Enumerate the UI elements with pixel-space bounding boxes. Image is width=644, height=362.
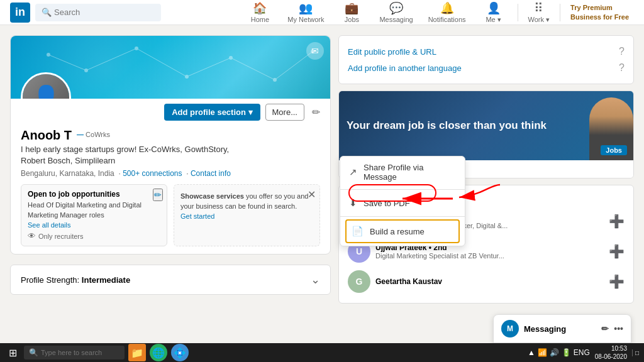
people-item-2: G Geetartha Kaustav ➕ bbox=[348, 266, 625, 297]
chevron-down-icon[interactable]: ⌄ bbox=[311, 273, 320, 287]
add-connection-1-icon[interactable]: ➕ bbox=[609, 244, 625, 259]
add-profile-section-button[interactable]: Add profile section ▾ bbox=[164, 104, 260, 121]
lang-indicator: ENG bbox=[574, 348, 590, 357]
network-tray-icon: 📶 bbox=[538, 348, 547, 357]
more-button[interactable]: More... bbox=[265, 104, 304, 121]
edit-profile-url-link[interactable]: Edit public profile & URL bbox=[348, 47, 436, 57]
nav-network-label: My Network bbox=[287, 16, 324, 23]
contact-info-link[interactable]: Contact info bbox=[191, 169, 231, 178]
open-to-jobs-title: Open to job opportunities bbox=[28, 190, 160, 199]
avatar-image: 👤 bbox=[23, 74, 69, 99]
person-name-2[interactable]: Geetartha Kaustav bbox=[375, 277, 604, 286]
ad-text: Your dream job is closer than you think bbox=[347, 119, 547, 133]
resume-icon: 📄 bbox=[352, 226, 364, 237]
taskbar-search-icon: 🔍 bbox=[29, 348, 38, 357]
showcase-close-button[interactable]: ✕ bbox=[308, 189, 316, 200]
taskbar-right: ▲ 📶 🔊 🔋 ENG 10:53 08-06-2020 □ bbox=[528, 344, 639, 361]
add-language-link[interactable]: Add profile in another language bbox=[348, 63, 462, 73]
taskbar-clock[interactable]: 10:53 08-06-2020 bbox=[595, 344, 627, 361]
profile-strength-card: Profile Strength: Intermediate ⌄ bbox=[10, 265, 331, 295]
edit-profile-help-icon[interactable]: ? bbox=[619, 46, 625, 57]
taskbar-search-input[interactable] bbox=[41, 349, 116, 356]
add-language-item: Add profile in another language ? bbox=[348, 60, 625, 76]
nav-work[interactable]: ⠿ Work ▾ bbox=[523, 0, 555, 25]
profile-name: Anoob T bbox=[21, 128, 72, 143]
open-to-jobs-card: Open to job opportunities ✏ Head Of Digi… bbox=[21, 184, 167, 246]
person-avatar-2: G bbox=[348, 270, 370, 293]
edit-pencil-button[interactable]: ✏ bbox=[309, 104, 323, 121]
nav-me[interactable]: 👤 Me ▾ bbox=[475, 0, 513, 25]
nav-jobs[interactable]: 💼 Jobs bbox=[333, 0, 370, 25]
taskbar-date-value: 08-06-2020 bbox=[595, 353, 627, 361]
network-icon: 👥 bbox=[299, 1, 313, 15]
sidebar-links-card: Edit public profile & URL ? Add profile … bbox=[338, 35, 634, 84]
start-button[interactable]: ⊞ bbox=[5, 345, 20, 360]
messaging-avatar: M bbox=[501, 320, 519, 337]
profile-strength-text: Profile Strength: Intermediate bbox=[21, 275, 130, 285]
share-icon: ↗ bbox=[349, 167, 357, 178]
taskbar: ⊞ 🔍 📁 🌐 💠 ▲ 📶 🔊 🔋 ENG 10:53 08-06-2020 □ bbox=[0, 343, 644, 362]
show-desktop-icon[interactable]: □ bbox=[632, 349, 639, 356]
taskbar-app-3[interactable]: 💠 bbox=[171, 344, 189, 361]
nav-me-label: Me ▾ bbox=[486, 16, 501, 24]
see-all-link[interactable]: See all details bbox=[28, 221, 160, 229]
nav-notifications[interactable]: 🔔 Notifications bbox=[422, 0, 472, 25]
me-icon: 👤 bbox=[487, 1, 501, 15]
showcase-card: ✕ Showcase services you offer so you and… bbox=[174, 184, 320, 246]
profile-strength-label: Profile Strength: bbox=[21, 275, 79, 285]
profile-headline: I help early stage startups grow! Ex-CoW… bbox=[21, 144, 320, 167]
work-icon: ⠿ bbox=[534, 1, 543, 16]
search-input[interactable] bbox=[54, 8, 155, 17]
messaging-label: Messaging bbox=[524, 324, 566, 334]
only-recruiters-text: Only recruiters bbox=[38, 233, 84, 240]
nav-messaging[interactable]: 💬 Messaging bbox=[373, 0, 419, 25]
nav-messaging-label: Messaging bbox=[379, 16, 413, 23]
more-dropdown-menu: ↗ Share Profile via Message ⬇ Save to PD… bbox=[340, 156, 465, 246]
profile-info: Anoob T — CoWrks I help early stage star… bbox=[11, 123, 330, 184]
location-text: Bengaluru, Karnataka, India bbox=[21, 169, 114, 178]
nav-network[interactable]: 👥 My Network bbox=[281, 0, 330, 25]
linkedin-logo[interactable]: in bbox=[10, 3, 30, 23]
profile-card: ✉ 👤 Add profile section ▾ More... ✏ Anoo… bbox=[10, 35, 331, 255]
nav-home[interactable]: 🏠 Home bbox=[241, 0, 279, 25]
save-to-pdf-item[interactable]: ⬇ Save to PDF bbox=[340, 191, 465, 215]
profile-strength-value: Intermediate bbox=[82, 275, 130, 285]
build-resume-item[interactable]: 📄 Build a resume bbox=[345, 219, 460, 243]
premium-line1: Try Premium bbox=[570, 3, 629, 12]
add-language-help-icon[interactable]: ? bbox=[619, 62, 625, 74]
only-recruiters: 👁 Only recruiters bbox=[28, 231, 160, 241]
profile-column: ✉ 👤 Add profile section ▾ More... ✏ Anoo… bbox=[10, 35, 331, 304]
get-started-link[interactable]: Get started bbox=[180, 212, 313, 220]
nav-jobs-label: Jobs bbox=[345, 16, 359, 23]
volume-tray-icon: 🔊 bbox=[550, 348, 559, 357]
tray-icons: ▲ 📶 🔊 🔋 ENG bbox=[528, 348, 590, 357]
person-info-2: Geetartha Kaustav bbox=[375, 277, 604, 286]
svg-line-8 bbox=[86, 48, 136, 70]
messaging-edit-icon[interactable]: ✏ bbox=[601, 324, 609, 334]
taskbar-app-1[interactable]: 📁 bbox=[128, 344, 146, 361]
profile-location: Bengaluru, Karnataka, India · 500+ conne… bbox=[21, 169, 320, 178]
open-to-jobs-text: Head Of Digital Marketing and Digital Ma… bbox=[28, 200, 160, 220]
dropdown-divider-1 bbox=[340, 189, 465, 190]
share-profile-label: Share Profile via Message bbox=[364, 163, 456, 182]
company-name: CoWrks bbox=[86, 131, 110, 138]
open-to-jobs-edit-button[interactable]: ✏ bbox=[153, 189, 163, 201]
share-profile-item[interactable]: ↗ Share Profile via Message bbox=[340, 156, 465, 188]
battery-tray-icon: 🔋 bbox=[562, 348, 571, 357]
svg-line-12 bbox=[275, 52, 313, 80]
add-connection-0-icon[interactable]: ➕ bbox=[609, 214, 625, 229]
notifications-icon: 🔔 bbox=[440, 1, 454, 15]
tray-expand-icon[interactable]: ▲ bbox=[528, 348, 535, 357]
person-role-1: Digital Marketing Specialist at ZB Ventu… bbox=[375, 252, 604, 260]
nav-home-label: Home bbox=[251, 16, 269, 23]
ad-cta-button[interactable]: Jobs bbox=[601, 145, 627, 155]
taskbar-app-chrome[interactable]: 🌐 bbox=[150, 344, 167, 361]
add-connection-2-icon[interactable]: ➕ bbox=[609, 274, 625, 289]
messaging-bar[interactable]: M Messaging ✏ ••• bbox=[493, 314, 631, 343]
profile-cards-row: Open to job opportunities ✏ Head Of Digi… bbox=[11, 184, 330, 254]
banner-message-icon[interactable]: ✉ bbox=[306, 42, 324, 60]
try-premium-btn[interactable]: Try Premium Business for Free bbox=[565, 3, 634, 21]
messaging-more-icon[interactable]: ••• bbox=[614, 324, 623, 334]
build-resume-label: Build a resume bbox=[370, 227, 425, 236]
connections-link[interactable]: 500+ connections bbox=[123, 169, 182, 178]
